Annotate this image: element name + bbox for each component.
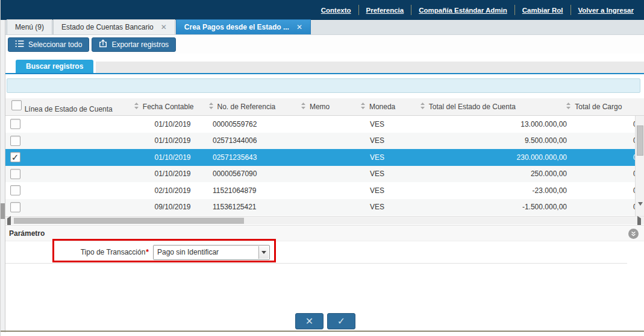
- cell-total-cargo: 0,: [572, 120, 635, 128]
- export-icon: [99, 39, 107, 49]
- column-header-linea[interactable]: Línea de Estado de Cuenta: [25, 98, 134, 115]
- table-row[interactable]: 01/10/2019 02571344006 VES 9.500.000,00 …: [5, 133, 635, 150]
- sort-icon[interactable]: [360, 102, 366, 112]
- cell-total-cargo: 0,: [572, 153, 635, 162]
- horizontal-scrollbar-thumb[interactable]: [14, 218, 244, 224]
- sort-icon[interactable]: [301, 102, 306, 112]
- cell-total-cargo: 0,: [572, 203, 635, 211]
- cell-total-estado: -1.500.000,00: [424, 203, 572, 211]
- tab-estado-cuentas[interactable]: Estado de Cuentas Bancario ✕: [53, 19, 175, 34]
- application-window: Contexto Preferencia Compañía Estándar A…: [0, 0, 644, 336]
- export-records-label: Exportar registros: [111, 40, 169, 49]
- confirm-button[interactable]: ✓: [327, 313, 355, 329]
- column-header-total-estado[interactable]: Total del Estado de Cuenta: [420, 98, 566, 115]
- cell-referencia: 00000567090: [210, 170, 304, 178]
- row-checkbox-cell: [5, 185, 25, 195]
- column-header-total-cargo[interactable]: Total de Cargo: [566, 98, 644, 115]
- vertical-scrollbar-thumb[interactable]: [637, 125, 643, 156]
- preference-link[interactable]: Preferencia: [359, 7, 411, 14]
- sort-icon[interactable]: [134, 102, 139, 112]
- tab-crea-pagos-label: Crea Pagos desde el Estado ...: [184, 23, 289, 31]
- sort-icon[interactable]: [420, 102, 425, 112]
- column-header-memo[interactable]: Memo: [301, 98, 360, 115]
- row-checkbox[interactable]: [10, 185, 20, 195]
- parameter-panel-header: Parámetro: [5, 225, 644, 241]
- cancel-icon: ✕: [305, 315, 313, 327]
- cell-moneda: VES: [364, 120, 424, 128]
- row-checkbox-cell: [5, 119, 25, 129]
- row-checkbox-cell: [5, 202, 25, 212]
- action-toolbar: Seleccionar todo Exportar registros: [1, 35, 644, 54]
- tab-buscar-registros[interactable]: Buscar registros: [16, 60, 93, 74]
- select-all-button[interactable]: Seleccionar todo: [8, 37, 89, 52]
- search-tab-underline: [5, 73, 644, 74]
- transaction-type-label: Tipo de Transacción*: [58, 248, 149, 256]
- export-records-button[interactable]: Exportar registros: [92, 37, 176, 52]
- search-filter-input[interactable]: [7, 78, 640, 93]
- context-link[interactable]: Contexto: [314, 7, 358, 14]
- change-role-link[interactable]: Cambiar Rol: [515, 7, 571, 14]
- cell-total-cargo: 0,: [572, 170, 635, 178]
- cell-fecha: 09/10/2019: [135, 203, 210, 211]
- header-checkbox[interactable]: [11, 100, 22, 110]
- tab-menu-label: Menú (9): [15, 23, 44, 31]
- tab-crea-pagos[interactable]: Crea Pagos desde el Estado ... ✕: [176, 19, 311, 34]
- row-checkbox[interactable]: [10, 202, 20, 212]
- cell-moneda: VES: [364, 136, 424, 145]
- cell-referencia: 00000559762: [210, 120, 304, 128]
- row-checkbox[interactable]: [10, 119, 20, 129]
- search-tab-strip: [96, 62, 644, 73]
- cell-total-estado: 250.000,00: [424, 170, 572, 178]
- cell-total-cargo: 0,: [572, 136, 635, 145]
- table-row[interactable]: 01/10/2019 00000559762 VES 13.000.000,00…: [5, 116, 635, 133]
- table-row[interactable]: ✓ 01/10/2019 02571235643 VES 230.000.000…: [5, 149, 635, 166]
- logout-link[interactable]: Volver a Ingresar: [571, 7, 641, 14]
- top-navigation-bar: Contexto Preferencia Compañía Estándar A…: [1, 0, 644, 20]
- cell-referencia: 11521064879: [210, 186, 304, 195]
- cell-fecha: 02/10/2019: [135, 186, 210, 195]
- confirm-icon: ✓: [337, 315, 345, 327]
- cell-total-estado: 9.500.000,00: [424, 136, 572, 145]
- chevron-down-icon[interactable]: [258, 246, 269, 259]
- parameter-panel-title: Parámetro: [9, 229, 45, 238]
- row-checkbox[interactable]: [10, 169, 20, 179]
- column-header-referencia[interactable]: No. de Referencia: [208, 98, 301, 115]
- list-icon: [15, 40, 24, 49]
- table-row[interactable]: 01/10/2019 00000567090 VES 250.000,00 0,: [5, 166, 635, 183]
- vertical-scrollbar[interactable]: [635, 116, 644, 216]
- close-icon[interactable]: ✕: [161, 23, 167, 31]
- cell-moneda: VES: [364, 203, 424, 211]
- scroll-up-icon[interactable]: [638, 118, 643, 126]
- sort-icon[interactable]: [208, 102, 214, 112]
- transaction-type-select[interactable]: Pago sin Identificar: [153, 245, 270, 260]
- table-row[interactable]: 02/10/2019 11521064879 VES -23.000,00 0,: [5, 182, 635, 199]
- select-all-checkbox-cell: [5, 98, 25, 115]
- cell-referencia: 02571235643: [210, 153, 304, 162]
- cancel-button[interactable]: ✕: [295, 313, 324, 329]
- cell-total-cargo: 0,: [572, 186, 635, 195]
- cell-referencia: 11536125421: [210, 203, 304, 211]
- tab-estado-cuentas-label: Estado de Cuentas Bancario: [61, 23, 154, 31]
- column-header-fecha[interactable]: Fecha Contable: [134, 98, 208, 115]
- row-checkbox[interactable]: [10, 136, 20, 146]
- close-icon[interactable]: ✕: [296, 23, 302, 31]
- horizontal-scrollbar[interactable]: [5, 216, 644, 224]
- west-panel-splitter[interactable]: [1, 20, 5, 332]
- cell-fecha: 01/10/2019: [135, 120, 210, 128]
- column-header-moneda[interactable]: Moneda: [360, 98, 420, 115]
- row-checkbox-cell: [5, 136, 25, 146]
- cell-total-estado: 13.000.000,00: [424, 120, 572, 128]
- row-checkbox[interactable]: ✓: [10, 152, 20, 162]
- table-row[interactable]: 09/10/2019 11536125421 VES -1.500.000,00…: [5, 199, 635, 216]
- splitter-grip[interactable]: [1, 203, 5, 219]
- company-role-link[interactable]: Compañía Estándar Admin: [411, 7, 514, 14]
- collapse-parameter-icon[interactable]: [628, 229, 639, 239]
- cell-fecha: 01/10/2019: [135, 170, 210, 178]
- sort-icon[interactable]: [566, 102, 571, 112]
- scroll-down-icon[interactable]: [638, 206, 643, 214]
- select-all-label: Seleccionar todo: [28, 40, 82, 49]
- cell-moneda: VES: [364, 170, 424, 178]
- checkmark-icon: ✓: [11, 153, 19, 162]
- tab-menu[interactable]: Menú (9): [7, 19, 52, 34]
- cell-fecha: 01/10/2019: [135, 153, 210, 162]
